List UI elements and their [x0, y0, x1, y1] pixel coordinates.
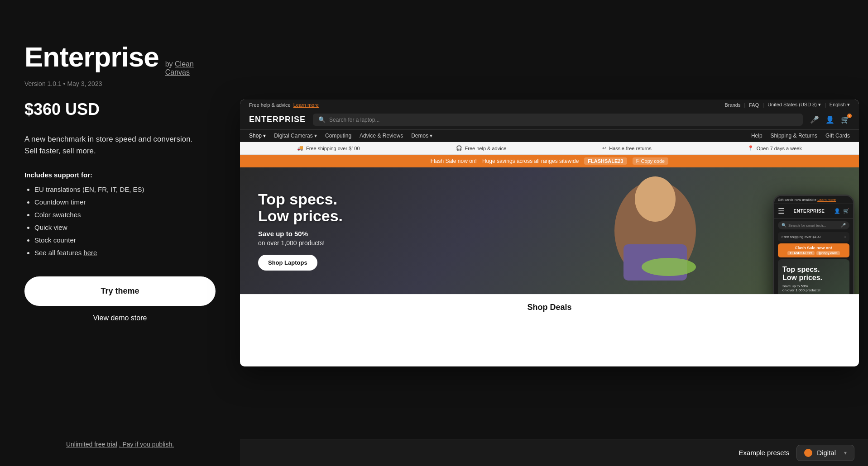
feature-item: Stock counter [34, 235, 216, 246]
mobile-flash-code[interactable]: FLASHSALE23 [787, 251, 815, 255]
topbar-brands[interactable]: Brands [725, 102, 741, 108]
author-prefix: by [165, 60, 173, 68]
benefit-returns-text: Hassle-free returns [609, 146, 652, 151]
feature-item: Countdown timer [34, 197, 216, 208]
right-panel: Free help & advice Learn more Brands | F… [240, 0, 868, 466]
topbar-currency[interactable]: United States (USD $) ▾ [767, 102, 821, 108]
hero-sub: Save up to 50% [258, 230, 343, 238]
mobile-search-placeholder: Search for smart tech... [788, 223, 839, 228]
mobile-header-icons: 👤 🛒 [834, 208, 849, 214]
mobile-flash-code-row: FLASHSALE23 ⎘ Copy code [782, 251, 846, 255]
mobile-topbar-link[interactable]: Learn more [817, 198, 836, 202]
store-logo[interactable]: ENTERPRISE [249, 115, 306, 124]
mobile-hero-title: Top specs. Low prices. [782, 266, 845, 281]
svg-point-1 [635, 176, 676, 222]
mobile-cart-icon[interactable]: 🛒 [843, 208, 849, 214]
mobile-hero: Top specs. Low prices. Save up to 50% on… [778, 259, 849, 294]
author-credit: by Clean Canvas [165, 60, 216, 76]
shop-deals-bar: Shop Deals [240, 294, 859, 320]
left-panel: Enterprise by Clean Canvas Version 1.0.1… [0, 0, 240, 466]
refresh-icon: ↩ [602, 145, 606, 151]
store-topbar: Free help & advice Learn more Brands | F… [240, 100, 859, 110]
cart-icon[interactable]: 🛒 1 [841, 115, 850, 124]
mobile-user-icon[interactable]: 👤 [834, 208, 840, 214]
price: $360 USD [24, 100, 216, 119]
header-icons: 🎤 👤 🛒 1 [810, 115, 850, 124]
copy-code-button[interactable]: ⎘ Copy code [633, 157, 669, 165]
hero-cta-button[interactable]: Shop Laptops [258, 255, 317, 271]
mobile-copy-button[interactable]: ⎘ Copy code [816, 251, 840, 255]
benefit-help-text: Free help & advice [465, 146, 507, 151]
nav-item-help[interactable]: Help [751, 133, 762, 139]
nav-item-demos[interactable]: Demos ▾ [411, 133, 432, 139]
benefit-help: 🎧 Free help & advice [456, 145, 507, 151]
flash-sale-bar: Flash Sale now on! Huge savings across a… [240, 155, 859, 167]
hero-content: Top specs. Low prices. Save up to 50% on… [258, 191, 343, 271]
benefit-shipping-text: Free shipping over $100 [306, 146, 360, 151]
topbar-learn-link[interactable]: Learn more [293, 102, 319, 108]
theme-title: Enterprise [24, 41, 159, 73]
example-presets-label: Example presets [739, 449, 790, 456]
topbar-language[interactable]: English ▾ [830, 102, 850, 108]
flash-sale-code[interactable]: FLASHSALE23 [584, 157, 627, 165]
flash-sale-text: Huge savings across all ranges sitewide [482, 158, 579, 164]
hero-headline-line1: Top specs. [258, 190, 337, 208]
hero-headline: Top specs. Low prices. [258, 191, 343, 225]
store-search-bar[interactable]: 🔍 Search for a laptop... [313, 114, 803, 126]
topbar-left: Free help & advice Learn more [249, 102, 319, 108]
preset-dropdown[interactable]: Digital ▾ [796, 445, 854, 461]
preset-name: Digital [817, 449, 836, 456]
topbar-faq[interactable]: FAQ [749, 102, 759, 108]
feature-item: See all features here [34, 247, 216, 258]
copy-icon: ⎘ [636, 158, 639, 164]
version-info: Version 1.0.1 • May 3, 2023 [24, 80, 216, 87]
flash-sale-label: Flash Sale now on! [431, 158, 477, 164]
nav-item-shop[interactable]: Shop ▾ [249, 133, 266, 139]
feature-item: EU translations (EN, FR, IT, DE, ES) [34, 184, 216, 195]
chevron-down-icon: ▾ [844, 450, 847, 456]
nav-item-giftcards[interactable]: Gift Cards [825, 133, 850, 139]
svg-point-3 [642, 258, 696, 276]
mobile-topbar: Gift cards now available Learn more [774, 196, 853, 204]
preview-browser: Free help & advice Learn more Brands | F… [240, 100, 859, 366]
includes-label: Includes support for: [24, 171, 216, 179]
mobile-logo[interactable]: ENTERPRISE [794, 209, 825, 214]
mobile-preview: Gift cards now available Learn more ☰ EN… [773, 195, 854, 294]
tagline: A new benchmark in store speed and conve… [24, 133, 216, 157]
hero-image [601, 167, 710, 294]
features-link[interactable]: here [83, 249, 97, 257]
shop-deals-text: Shop Deals [527, 303, 571, 312]
hero-sub2: on over 1,000 products! [258, 239, 343, 247]
headset-icon: 🎧 [456, 145, 462, 151]
free-trial-text: Unlimited free trial . Pay if you publis… [24, 441, 216, 448]
mobile-topbar-text: Gift cards now available Learn more [778, 198, 836, 202]
benefit-hours-text: Open 7 days a week [757, 146, 802, 151]
hamburger-icon[interactable]: ☰ [778, 207, 784, 215]
mobile-hero-sub: Save up to 50% on over 1,000 products! [782, 284, 845, 292]
benefit-returns: ↩ Hassle-free returns [602, 145, 652, 151]
truck-icon: 🚚 [297, 145, 303, 151]
mobile-mic-icon[interactable]: 🎤 [841, 223, 846, 228]
store-hero: Top specs. Low prices. Save up to 50% on… [240, 167, 859, 294]
mobile-flash-title: Flash Sale now on! [782, 246, 846, 250]
features-list: EU translations (EN, FR, IT, DE, ES) Cou… [24, 184, 216, 260]
copy-code-label: Copy code [641, 158, 665, 164]
mobile-benefit: Free shipping over $100 › [778, 232, 849, 242]
benefit-shipping: 🚚 Free shipping over $100 [297, 145, 360, 151]
free-trial-rest: . Pay if you publish. [119, 441, 174, 448]
mobile-search[interactable]: 🔍 Search for smart tech... 🎤 [778, 221, 849, 229]
mobile-benefit-arrow[interactable]: › [844, 234, 846, 239]
mobile-flash-bar: Flash Sale now on! FLASHSALE23 ⎘ Copy co… [778, 243, 849, 257]
view-demo-link[interactable]: View demo store [24, 314, 216, 322]
try-theme-button[interactable]: Try theme [24, 276, 216, 306]
topbar-right: Brands | FAQ | United States (USD $) ▾ |… [725, 102, 850, 108]
nav-item-cameras[interactable]: Digital Cameras ▾ [274, 133, 317, 139]
nav-item-advice[interactable]: Advice & Reviews [360, 133, 403, 139]
mic-icon[interactable]: 🎤 [810, 115, 819, 124]
nav-item-shipping[interactable]: Shipping & Returns [771, 133, 817, 139]
nav-item-computing[interactable]: Computing [325, 133, 351, 139]
preset-color-dot [804, 449, 812, 457]
store-header: ENTERPRISE 🔍 Search for a laptop... 🎤 👤 … [240, 110, 859, 130]
user-icon[interactable]: 👤 [825, 115, 834, 124]
title-row: Enterprise by Clean Canvas [24, 41, 216, 76]
